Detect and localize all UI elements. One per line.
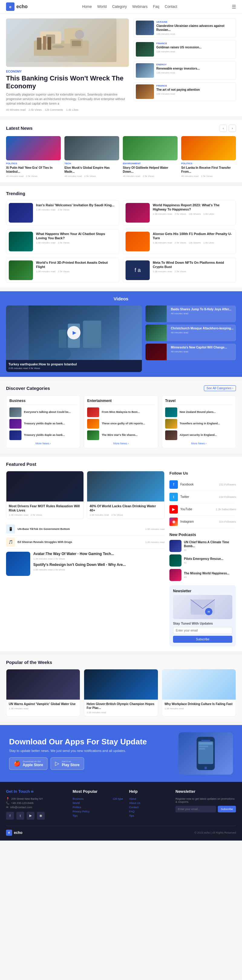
video-main-img	[6, 305, 142, 360]
featured-list-item-0[interactable]: 📱 UN-Base TikTok On Government Bottom 1:…	[6, 523, 164, 536]
side-news-2[interactable]: Energy Renewable energy investors... 138…	[134, 61, 236, 80]
footer-help-tips[interactable]: Tips	[129, 814, 169, 817]
footer-help-faq[interactable]: FAQ	[129, 810, 169, 813]
latest-card-1[interactable]: Tech Elon Musk's Global Empire Has Made.…	[64, 136, 119, 178]
follow-instagram[interactable]: ◉ Instagram 324 Followers	[169, 516, 236, 528]
search-icon[interactable]: ☰	[232, 4, 236, 10]
hero-category: Economy	[6, 70, 129, 73]
next-btn[interactable]: ›	[229, 125, 236, 132]
apps-right	[178, 732, 233, 775]
popular-card-0[interactable]: UN Warns Against 'Vampiric' Global Water…	[6, 669, 80, 717]
apple-store-button[interactable]: 🍎 Download on the Apple Store	[9, 757, 48, 770]
cat-travel-more[interactable]: More News ›	[165, 442, 232, 445]
logo[interactable]: e echo	[6, 2, 27, 11]
trend-item-0[interactable]: Iran's Raisi 'Welcomes' Invitation By Sa…	[6, 200, 119, 225]
side-news-3[interactable]: Finance The art of not paying attention …	[134, 82, 236, 101]
footer-link-politics[interactable]: Politics	[73, 806, 123, 809]
cat-ent-0[interactable]: From Miss Malaysia to Best...	[87, 407, 154, 417]
footer-subscribe-button[interactable]: Subscribe	[218, 806, 236, 813]
featured-card-0[interactable]: Most Drivers Fear MOT Rules Relaxation W…	[6, 471, 84, 519]
newsletter-subscribe-button[interactable]: Subscribe	[173, 636, 232, 643]
prev-btn[interactable]: ‹	[220, 125, 227, 132]
popular-card-2[interactable]: Why Workplace Drinking Culture Is Failin…	[162, 669, 236, 717]
footer-link-privacy[interactable]: Privacy Policy	[73, 810, 123, 813]
see-all-button[interactable]: See All Categories ›	[204, 385, 236, 391]
footer-fb-icon[interactable]: f	[6, 812, 14, 820]
cat-travel-2[interactable]: Airport security in England...	[165, 430, 232, 440]
hero-image	[6, 18, 129, 67]
fma-1[interactable]: Spotify's Redesign Isn't Going Down Well…	[33, 563, 164, 571]
latest-news-header: Latest News ‹ ›	[6, 125, 236, 132]
fma-0[interactable]: Avatar:The Way Of Water - How Gaming Tec…	[33, 552, 164, 560]
cat-business-more[interactable]: More News ›	[10, 442, 77, 445]
latest-card-0[interactable]: Politics Xi Putin Hail 'New Era' Of Ties…	[6, 136, 61, 178]
svg-rect-6	[43, 36, 46, 50]
discover-header: Discover Categories See All Categories ›	[6, 385, 236, 391]
popular-card-1[interactable]: Helen Glover:British Olympic Champion Ho…	[84, 669, 158, 717]
side-news-1[interactable]: Finance Goldman raises US recession... 1…	[134, 40, 236, 59]
video-side-2[interactable]: Minnesota's New Capitol Will Change... 4…	[145, 344, 236, 360]
footer-tw-icon[interactable]: t	[16, 812, 24, 820]
nav-category[interactable]: Category	[112, 5, 127, 9]
featured-list-item-1[interactable]: 🎵 Ed Sheeran Reveals Struggles With Drug…	[6, 536, 164, 549]
follow-twitter[interactable]: t Twitter 234 Followers	[169, 491, 236, 503]
footer-help-contact[interactable]: Contact	[129, 806, 169, 809]
twitter-icon: t	[169, 493, 178, 501]
footer-yt-icon[interactable]: ▶	[27, 812, 35, 820]
cat-img-t0	[165, 407, 177, 417]
podcast-2[interactable]: The Missing World Happiness... #3	[169, 569, 236, 581]
follow-facebook[interactable]: f Facebook 232 Followers	[169, 479, 236, 491]
newsletter-email-input[interactable]	[173, 627, 232, 634]
follow-ig-platform: ◉ Instagram	[169, 517, 194, 526]
featured-card-meta-1: 1:38 minutes read 2.5k Views	[89, 514, 162, 516]
cat-travel-1[interactable]: Travellers arriving in England...	[165, 419, 232, 429]
nav-faq[interactable]: Faq	[153, 5, 159, 9]
trend-item-2[interactable]: What Happens When Your AI Chatbot Stops …	[6, 229, 119, 254]
nav-contact[interactable]: Contact	[164, 5, 177, 9]
cat-business-2[interactable]: Treasury yields duple as bank...	[10, 430, 77, 440]
side-news-0[interactable]: Ukraine Clandestine Ukrainian claims adv…	[134, 18, 236, 38]
footer-email-input[interactable]	[175, 806, 216, 813]
play-store-button[interactable]: ▷ Get it on Play Store	[51, 757, 84, 770]
cat-ent-more[interactable]: More News ›	[87, 442, 154, 445]
latest-card-img-3	[181, 136, 236, 160]
trend-info-1: World Happiness Report 2023: What's The …	[153, 203, 233, 216]
footer-link-tips[interactable]: Tips	[73, 814, 123, 817]
latest-card-2[interactable]: Environment Story Of Gidileele Helped Wa…	[123, 136, 178, 178]
nav-home[interactable]: Home	[82, 5, 92, 9]
trend-item-1[interactable]: World Happiness Report 2023: What's The …	[123, 200, 236, 225]
footer-ig-icon[interactable]: ◉	[37, 812, 45, 820]
apps-mockup	[178, 732, 233, 775]
video-main[interactable]: Turkey earthquake:How to prepare Istanbu…	[6, 305, 142, 372]
nav-webinars[interactable]: Webinars	[132, 5, 147, 9]
footer-help-about[interactable]: About	[129, 797, 169, 800]
footer-link-world[interactable]: World	[73, 802, 123, 805]
trend-meta-1: 1:38 minutes read 2.5k Views 12k Shares …	[153, 213, 233, 215]
play-button[interactable]	[67, 326, 80, 339]
featured-header: Featured Post	[6, 461, 236, 467]
video-side-1[interactable]: Christchurch Mosque Attackhero-keeping..…	[145, 325, 236, 341]
nav-world[interactable]: World	[97, 5, 107, 9]
cat-business-0[interactable]: Everyone's talking about Could be...	[10, 407, 77, 417]
cat-ent-2[interactable]: The Wire star's file shares...	[87, 430, 154, 440]
footer-help-aboutus[interactable]: About Us	[129, 802, 169, 805]
trend-item-3[interactable]: Alonso Gets His 100th F1 Podium After Pe…	[123, 229, 236, 254]
trend-item-4[interactable]: World's First 3D-Printed Rocket Awaits D…	[6, 258, 119, 283]
podcast-1[interactable]: Pilots Emergency Rescue... #2	[169, 554, 236, 566]
latest-card-3[interactable]: Politics Sri Lanka In Receive First Tran…	[181, 136, 236, 178]
footer-link-business[interactable]: Business 126 type	[73, 797, 123, 800]
location-icon: 📍	[6, 797, 10, 800]
footer-newsletter-title: Newsletter	[175, 789, 236, 794]
trend-item-5[interactable]: f a Meta To Wind Down NFTs On Platforms …	[123, 258, 236, 283]
latest-card-img-2	[123, 136, 178, 160]
cat-ent-1[interactable]: These once guilty of UN reports...	[87, 419, 154, 429]
phone-icon: 📞	[6, 802, 10, 805]
follow-youtube[interactable]: ▶ YouTube 1.2k Subscribers	[169, 503, 236, 516]
cat-business-1[interactable]: Treasury yields duple as bank...	[10, 419, 77, 429]
podcast-0[interactable]: UN Chief Warns A Climate Time Bomb... #1	[169, 540, 236, 552]
video-side-0[interactable]: Baidu Shares Jump To 8-Holy Joys After..…	[145, 305, 236, 322]
trend-img-1	[126, 203, 150, 223]
cat-travel-0[interactable]: New Zealand Bound plans...	[165, 407, 232, 417]
featured-card-1[interactable]: 40% Of World Lacks Clean Drinking Water …	[87, 471, 164, 519]
video-main-info: Turkey earthquake:How to prepare Istanbu…	[6, 360, 142, 372]
